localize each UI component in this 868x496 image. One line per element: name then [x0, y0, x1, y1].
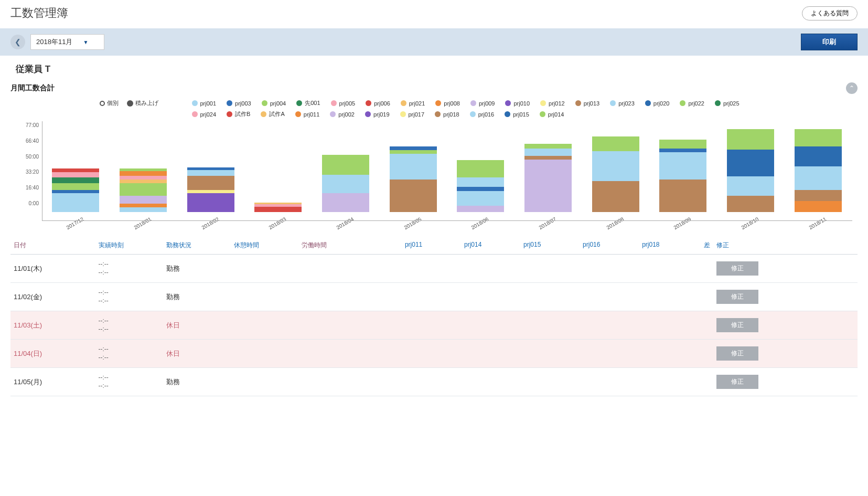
chart-bar[interactable]: 2018/01	[114, 168, 173, 221]
chart-mode-toggle[interactable]: 個別 積み上げ	[100, 99, 158, 107]
chart-container: 個別 積み上げ prj001prj003prj004先001prj005prj0…	[0, 94, 868, 231]
legend-item[interactable]: prj019	[365, 110, 390, 118]
table-row: 11/05(月)--:----:--勤務修正	[10, 368, 858, 396]
edit-button[interactable]: 修正	[716, 261, 758, 276]
chevron-up-icon: ⌃	[849, 85, 854, 92]
edit-button[interactable]: 修正	[716, 346, 758, 361]
chart-yaxis: 77:0066:4050:0033:2016:400:00	[16, 121, 42, 221]
circle-filled-icon	[127, 100, 133, 107]
table-row: 11/04(日)--:----:--休日修正	[10, 340, 858, 368]
faq-button[interactable]: よくある質問	[802, 6, 858, 20]
prev-month-button[interactable]: ❮	[10, 35, 25, 49]
table-header: 日付 実績時刻 勤務状況 休憩時間 労働時間 prj011 prj014 prj…	[10, 237, 858, 255]
collapse-chart-button[interactable]: ⌃	[846, 82, 858, 94]
table-row: 11/02(金)--:----:--勤務修正	[10, 283, 858, 311]
chart-bar[interactable]: 2018/09	[654, 140, 712, 221]
chevron-left-icon: ❮	[15, 38, 21, 46]
legend-item[interactable]: 試作A	[261, 110, 284, 118]
legend-item[interactable]: prj021	[401, 99, 425, 107]
legend-item[interactable]: prj004	[262, 99, 286, 107]
legend-item[interactable]: prj017	[400, 110, 425, 118]
legend-item[interactable]: prj022	[680, 99, 704, 107]
legend-item[interactable]: prj008	[435, 99, 460, 107]
legend-item[interactable]: prj018	[435, 110, 459, 118]
month-select[interactable]: 2018年11月 ▼	[30, 34, 104, 50]
table-row: 11/03(土)--:----:--休日修正	[10, 311, 858, 340]
chart-bar[interactable]: 2018/04	[317, 155, 375, 221]
edit-button[interactable]: 修正	[716, 290, 758, 304]
legend-item[interactable]: prj016	[470, 110, 495, 118]
chart-bar[interactable]: 2018/11	[789, 129, 847, 221]
chevron-down-icon: ▼	[83, 39, 88, 45]
legend-item[interactable]: prj001	[192, 99, 217, 107]
legend-item[interactable]: prj013	[575, 99, 600, 107]
legend-item[interactable]: prj011	[295, 110, 320, 118]
chart-bar[interactable]: 2018/08	[586, 136, 645, 221]
chart-bar[interactable]: 2018/06	[452, 160, 510, 221]
chart-plot: 77:0066:4050:0033:2016:400:00 2017/12201…	[16, 121, 852, 221]
print-button[interactable]: 印刷	[801, 34, 858, 50]
chart-bar[interactable]: 2018/02	[181, 167, 240, 221]
legend-item[interactable]: prj006	[366, 99, 390, 107]
chart-bar[interactable]: 2017/12	[47, 168, 105, 221]
legend-item[interactable]: prj003	[227, 99, 251, 107]
legend-item[interactable]: prj014	[540, 110, 564, 118]
page-title: 工数管理簿	[10, 5, 68, 21]
edit-button[interactable]: 修正	[716, 375, 758, 389]
toolbar: ❮ 2018年11月 ▼ 印刷	[0, 28, 868, 56]
legend-item[interactable]: 試作B	[227, 110, 250, 118]
legend-item[interactable]: prj012	[540, 99, 565, 107]
time-table: 日付 実績時刻 勤務状況 休憩時間 労働時間 prj011 prj014 prj…	[0, 231, 868, 412]
legend-item[interactable]: prj020	[645, 99, 670, 107]
circle-outline-icon	[100, 101, 105, 106]
chart-bar[interactable]: 2018/07	[519, 144, 577, 221]
employee-name: 従業員 T	[0, 56, 868, 78]
chart-bar[interactable]: 2018/10	[722, 129, 780, 221]
chart-bar[interactable]: 2018/05	[384, 146, 442, 221]
chart-bar[interactable]: 2018/03	[249, 203, 307, 221]
month-select-value: 2018年11月	[36, 37, 72, 47]
legend-item[interactable]: prj010	[505, 99, 530, 107]
legend-item[interactable]: 先001	[296, 99, 320, 107]
legend-item[interactable]: prj002	[330, 110, 355, 118]
table-row: 11/01(木)--:----:--勤務修正	[10, 255, 858, 283]
edit-button[interactable]: 修正	[716, 318, 758, 332]
chart-legend: prj001prj003prj004先001prj005prj006prj021…	[192, 99, 769, 118]
page-header: 工数管理簿 よくある質問	[0, 0, 868, 28]
chart-section-header: 月間工数合計 ⌃	[0, 78, 868, 94]
legend-item[interactable]: prj009	[470, 99, 495, 107]
chart-title: 月間工数合計	[10, 83, 55, 93]
legend-item[interactable]: prj015	[505, 110, 529, 118]
legend-item[interactable]: prj023	[610, 99, 635, 107]
legend-item[interactable]: prj024	[192, 110, 217, 118]
legend-item[interactable]: prj025	[715, 99, 740, 107]
legend-item[interactable]: prj005	[331, 99, 356, 107]
